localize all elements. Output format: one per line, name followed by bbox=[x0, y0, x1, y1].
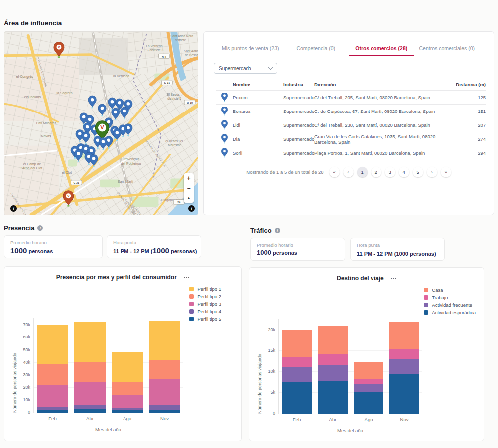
cell-name: Dia bbox=[233, 136, 283, 142]
map-label: la Verneda bbox=[113, 74, 129, 78]
stat-label: Promedio horario bbox=[10, 240, 96, 245]
bar-segment bbox=[74, 405, 106, 409]
x-tick-label: Nov bbox=[149, 416, 180, 421]
map-label: del Poblenou bbox=[121, 162, 141, 165]
col-distancia: Distancia (m) bbox=[454, 82, 486, 87]
stacked-bar-Abr bbox=[318, 326, 348, 414]
svg-text:B-10: B-10 bbox=[187, 101, 193, 104]
map-compass-button[interactable]: ▲ bbox=[184, 193, 194, 203]
cell-address: Plaça Porxos, 1, Sant Martí, 08020 Barce… bbox=[314, 150, 454, 156]
tab-3[interactable]: Centros comerciales (0) bbox=[414, 42, 480, 56]
trafico-section-heading: Tráfico bbox=[250, 227, 280, 234]
pagination-button-3[interactable]: 3 bbox=[385, 167, 395, 177]
map-label: el Camp de bbox=[23, 162, 41, 166]
pagination-buttons: «‹12345›» bbox=[329, 167, 451, 177]
poi-table-body: ProximSupermercadoC/ del Treball, 205, S… bbox=[216, 90, 486, 160]
table-row[interactable]: BonareaSupermercadoC. de Guipúscoa, 67, … bbox=[216, 104, 486, 118]
tab-2[interactable]: Otros comercios (28) bbox=[349, 42, 414, 56]
bar-segment bbox=[37, 364, 68, 384]
map-pin-icon bbox=[221, 134, 228, 144]
svg-text:V: V bbox=[58, 45, 60, 49]
stat-value: 1000 personas bbox=[257, 249, 339, 256]
map-info-button-left[interactable]: i bbox=[10, 205, 17, 212]
legend-item[interactable]: Actividad frecuente bbox=[424, 301, 476, 309]
map-label: el Besòs i el bbox=[165, 139, 183, 143]
legend-item[interactable]: Actividad esporádica bbox=[424, 309, 476, 316]
pagination-button-1[interactable]: 1 bbox=[357, 167, 368, 177]
road-shield: N-II bbox=[158, 54, 169, 58]
x-axis-title: Mes del año bbox=[278, 428, 422, 433]
chevron-down-icon bbox=[268, 65, 273, 70]
dashboard-page: Área de influencia bbox=[0, 0, 498, 448]
info-icon[interactable] bbox=[37, 225, 43, 231]
table-row[interactable]: ProximSupermercadoC/ del Treball, 205, S… bbox=[216, 90, 486, 104]
bar-segment bbox=[37, 325, 68, 364]
destino-del-viaje-chart-card: Destino del viaje ⋯ CasaTrabajoActividad… bbox=[249, 267, 484, 441]
cell-address: Gran Via de les Corts Catalanes, 1035, S… bbox=[314, 134, 454, 145]
x-axis-title: Mes del año bbox=[33, 427, 183, 432]
cell-industry: Supermercado bbox=[283, 95, 314, 100]
map-info-button-right[interactable]: i bbox=[188, 205, 195, 212]
cell-industry: Supermercado bbox=[283, 136, 314, 142]
influence-area-map[interactable]: Sant Adrià NorddistricteLa Verneda- dist… bbox=[4, 31, 198, 215]
pagination-button-‹[interactable]: ‹ bbox=[343, 167, 354, 177]
pagination-button-›[interactable]: › bbox=[427, 167, 437, 177]
y-tick-label: 10k bbox=[23, 398, 30, 402]
col-nombre: Nombre bbox=[233, 82, 283, 87]
chart-menu-icon[interactable]: ⋯ bbox=[183, 274, 189, 281]
legend-item[interactable]: Casa bbox=[424, 286, 476, 294]
cell-name: Proxim bbox=[233, 95, 283, 100]
road-shield: B-10 bbox=[184, 100, 195, 105]
col-industria: Industria bbox=[283, 82, 314, 87]
legend-item[interactable]: Perfil tipo 1 bbox=[189, 285, 221, 293]
svg-text:V: V bbox=[67, 194, 70, 198]
stat-label: Promedio horario bbox=[257, 242, 339, 248]
info-icon[interactable] bbox=[275, 228, 280, 233]
svg-text:N-II: N-II bbox=[162, 55, 166, 58]
map-label: el Congrés bbox=[16, 75, 33, 79]
y-tick-label: 0 bbox=[273, 411, 275, 416]
bar-segment bbox=[37, 410, 68, 413]
bar-segment bbox=[282, 367, 312, 382]
table-row[interactable]: LidlSupermercadoC/ del Treball, 238, San… bbox=[216, 118, 486, 132]
legend-item[interactable]: Perfil tipo 2 bbox=[189, 293, 221, 300]
map-label: de Besòs bbox=[185, 53, 198, 57]
map-canvas[interactable]: Sant Adrià NorddistricteLa Verneda- dist… bbox=[4, 32, 198, 215]
cell-address: C. de Guipúscoa, 67, Sant Martí, 08020 B… bbox=[314, 109, 454, 114]
svg-text:C-31: C-31 bbox=[73, 181, 79, 184]
tab-1[interactable]: Competencia (0) bbox=[283, 42, 349, 56]
legend-item[interactable]: Perfil tipo 4 bbox=[189, 308, 221, 315]
road-shield: C-31 bbox=[161, 80, 172, 85]
presencia-avg-card: Promedio horario 1000 personas bbox=[4, 235, 103, 258]
bar-segment bbox=[282, 330, 312, 358]
map-pin-icon bbox=[221, 120, 228, 130]
legend-item[interactable]: Trabajo bbox=[424, 294, 476, 301]
chart-menu-icon[interactable]: ⋯ bbox=[390, 275, 396, 282]
bar-segment bbox=[74, 362, 106, 382]
pagination-button-4[interactable]: 4 bbox=[399, 167, 409, 177]
legend-item[interactable]: Perfil tipo 5 bbox=[189, 315, 221, 323]
pagination-button-5[interactable]: 5 bbox=[413, 167, 423, 177]
table-row[interactable]: SorliSupermercadoPlaça Porxos, 1, Sant M… bbox=[216, 146, 486, 160]
bar-segment bbox=[112, 395, 143, 409]
table-row[interactable]: DiaSupermercadoGran Via de les Corts Cat… bbox=[216, 132, 486, 146]
bar-segment bbox=[389, 359, 419, 374]
tab-0[interactable]: Mis puntos de venta (23) bbox=[218, 42, 283, 56]
legend-item[interactable]: Perfil tipo 3 bbox=[189, 300, 221, 308]
map-label: districte bbox=[175, 38, 186, 42]
map-label: Sant Adrià bbox=[184, 49, 198, 53]
stat-label: Hora punta bbox=[357, 242, 438, 248]
pagination-button-2[interactable]: 2 bbox=[371, 167, 381, 177]
bar-segment bbox=[149, 379, 180, 405]
bar-segment bbox=[389, 349, 419, 359]
x-tick-label: Nov bbox=[389, 417, 419, 422]
map-label: Pati Milagros bbox=[36, 121, 57, 125]
svg-text:24: 24 bbox=[177, 201, 180, 204]
y-tick-label: 5k bbox=[270, 390, 275, 395]
pagination-button-»[interactable]: » bbox=[441, 167, 451, 177]
industry-filter-select[interactable]: Supermercado bbox=[214, 63, 277, 74]
x-tick-label: Ago bbox=[112, 416, 143, 421]
map-zoom-in-button[interactable]: + bbox=[184, 173, 194, 183]
pagination-button-«[interactable]: « bbox=[329, 167, 340, 177]
map-zoom-out-button[interactable]: − bbox=[184, 183, 194, 193]
